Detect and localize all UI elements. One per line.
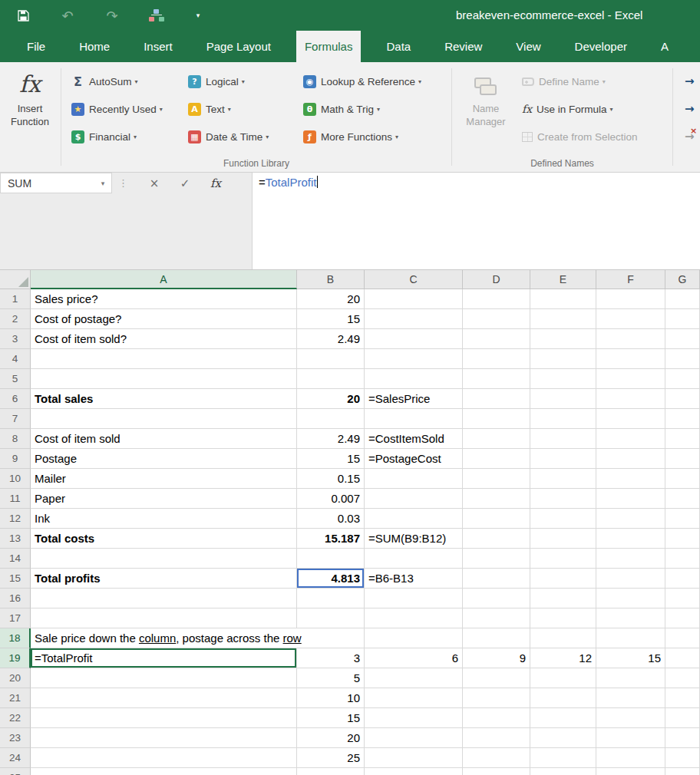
- tab-page-layout[interactable]: Page Layout: [198, 31, 279, 62]
- cell-b15[interactable]: 4.813: [297, 569, 365, 589]
- cell-c2[interactable]: [365, 309, 463, 329]
- document-flow-icon[interactable]: [149, 8, 164, 23]
- cell-b1[interactable]: 20: [297, 289, 365, 309]
- cell-f2[interactable]: [596, 309, 665, 329]
- cell-b14[interactable]: [297, 549, 365, 569]
- cell-g3[interactable]: [665, 329, 700, 349]
- cell-a19[interactable]: =TotalProfit: [31, 648, 297, 668]
- cell-d3[interactable]: [463, 329, 530, 349]
- column-header-f[interactable]: F: [596, 270, 665, 289]
- tab-view[interactable]: View: [507, 31, 549, 62]
- tab-formulas[interactable]: Formulas: [296, 31, 362, 62]
- cell-a15[interactable]: Total profits: [31, 569, 297, 589]
- row-header-8[interactable]: 8: [0, 429, 31, 449]
- cell-f3[interactable]: [596, 329, 665, 349]
- cell-f17[interactable]: [596, 608, 665, 628]
- cell-a11[interactable]: Paper: [31, 489, 297, 509]
- cell-e9[interactable]: [530, 449, 596, 469]
- cell-c14[interactable]: [365, 549, 463, 569]
- cell-a23[interactable]: [31, 728, 297, 748]
- ribbon-button-more-functions[interactable]: ƒMore Functions▾: [300, 125, 443, 148]
- cell-e21[interactable]: [530, 688, 596, 708]
- cell-g22[interactable]: [665, 708, 700, 728]
- cell-c5[interactable]: [365, 369, 463, 389]
- cell-d9[interactable]: [463, 449, 530, 469]
- cell-a17[interactable]: [31, 608, 297, 628]
- cell-f6[interactable]: [596, 389, 665, 409]
- row-header-12[interactable]: 12: [0, 509, 31, 529]
- cell-a24[interactable]: [31, 748, 297, 768]
- row-header-9[interactable]: 9: [0, 449, 31, 469]
- column-header-c[interactable]: C: [365, 270, 463, 289]
- cell-d18[interactable]: [463, 628, 530, 648]
- cell-g24[interactable]: [665, 748, 700, 768]
- cell-b16[interactable]: [297, 589, 365, 608]
- cell-d4[interactable]: [463, 349, 530, 369]
- cell-f18[interactable]: [596, 628, 665, 648]
- cell-b5[interactable]: [297, 369, 365, 389]
- cell-e6[interactable]: [530, 389, 596, 409]
- cell-a2[interactable]: Cost of postage?: [31, 309, 297, 329]
- cell-a1[interactable]: Sales price?: [31, 289, 297, 309]
- cell-f11[interactable]: [596, 489, 665, 509]
- cell-a25[interactable]: [31, 768, 297, 775]
- ribbon-button-create-from-selection[interactable]: Create from Selection: [519, 125, 644, 148]
- cell-e12[interactable]: [530, 509, 596, 529]
- cell-g13[interactable]: [665, 529, 700, 549]
- cell-g6[interactable]: [665, 389, 700, 409]
- cell-a16[interactable]: [31, 589, 297, 608]
- ribbon-button-re[interactable]: →×Re: [682, 125, 700, 148]
- cell-c12[interactable]: [365, 509, 463, 529]
- cell-f25[interactable]: [596, 768, 665, 775]
- cell-c17[interactable]: [365, 608, 463, 628]
- cell-d16[interactable]: [463, 589, 530, 608]
- cell-a6[interactable]: Total sales: [31, 389, 297, 409]
- cell-a3[interactable]: Cost of item sold?: [31, 329, 297, 349]
- cell-c4[interactable]: [365, 349, 463, 369]
- cell-d23[interactable]: [463, 728, 530, 748]
- row-header-18[interactable]: 18: [0, 628, 31, 648]
- cell-a18[interactable]: Sale price down the column, postage acro…: [31, 628, 297, 648]
- cell-g23[interactable]: [665, 728, 700, 748]
- cell-e13[interactable]: [530, 529, 596, 549]
- cell-f14[interactable]: [596, 549, 665, 569]
- name-box-dropdown-icon[interactable]: ▾: [94, 180, 111, 187]
- cell-f9[interactable]: [596, 449, 665, 469]
- cell-f20[interactable]: [596, 668, 665, 688]
- ribbon-button-use-in-formula[interactable]: fxUse in Formula▾: [519, 97, 644, 120]
- cell-e22[interactable]: [530, 708, 596, 728]
- ribbon-button-tr[interactable]: →Tr: [682, 70, 700, 93]
- cell-c7[interactable]: [365, 409, 463, 429]
- row-header-5[interactable]: 5: [0, 369, 31, 389]
- cell-f24[interactable]: [596, 748, 665, 768]
- cell-e7[interactable]: [530, 409, 596, 429]
- cell-e25[interactable]: [530, 768, 596, 775]
- cell-d5[interactable]: [463, 369, 530, 389]
- cell-b11[interactable]: 0.007: [297, 489, 365, 509]
- cell-g2[interactable]: [665, 309, 700, 329]
- ribbon-button-date-time[interactable]: ▦Date & Time▾: [185, 125, 297, 148]
- cell-b25[interactable]: [297, 768, 365, 775]
- cell-e24[interactable]: [530, 748, 596, 768]
- formula-input[interactable]: =TotalProfit: [252, 173, 700, 269]
- cell-d12[interactable]: [463, 509, 530, 529]
- ribbon-button-logical[interactable]: ?Logical▾: [185, 70, 297, 93]
- cell-d24[interactable]: [463, 748, 530, 768]
- cell-b3[interactable]: 2.49: [297, 329, 365, 349]
- cell-d22[interactable]: [463, 708, 530, 728]
- cell-c23[interactable]: [365, 728, 463, 748]
- cell-c8[interactable]: =CostItemSold: [365, 429, 463, 449]
- cell-e1[interactable]: [530, 289, 596, 309]
- row-header-3[interactable]: 3: [0, 329, 31, 349]
- row-header-15[interactable]: 15: [0, 569, 31, 589]
- cell-b24[interactable]: 25: [297, 748, 365, 768]
- cell-g7[interactable]: [665, 409, 700, 429]
- cell-a9[interactable]: Postage: [31, 449, 297, 469]
- row-header-2[interactable]: 2: [0, 309, 31, 329]
- cell-f23[interactable]: [596, 728, 665, 748]
- row-header-11[interactable]: 11: [0, 489, 31, 509]
- ribbon-button-text[interactable]: AText▾: [185, 97, 297, 120]
- cell-g17[interactable]: [665, 608, 700, 628]
- cell-b22[interactable]: 15: [297, 708, 365, 728]
- cell-c24[interactable]: [365, 748, 463, 768]
